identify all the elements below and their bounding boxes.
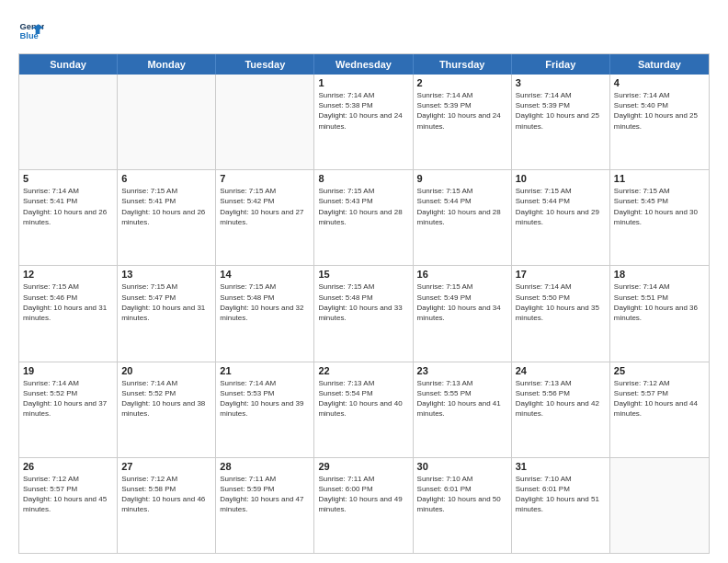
cell-content: Sunrise: 7:15 AMSunset: 5:47 PMDaylight:… (121, 282, 211, 323)
cell-content: Sunrise: 7:14 AMSunset: 5:39 PMDaylight:… (516, 90, 606, 132)
header-day-wednesday: Wednesday (314, 54, 413, 75)
cell-content: Sunrise: 7:15 AMSunset: 5:43 PMDaylight:… (318, 186, 408, 227)
header-day-friday: Friday (512, 54, 610, 75)
day-cell-9: 9Sunrise: 7:15 AMSunset: 5:44 PMDaylight… (414, 170, 512, 265)
day-cell-12: 12Sunrise: 7:15 AMSunset: 5:46 PMDayligh… (19, 266, 118, 361)
day-number: 14 (220, 269, 310, 280)
day-cell-27: 27Sunrise: 7:12 AMSunset: 5:58 PMDayligh… (118, 458, 216, 553)
day-number: 13 (121, 269, 211, 280)
header-day-monday: Monday (118, 54, 216, 75)
day-cell-28: 28Sunrise: 7:11 AMSunset: 5:59 PMDayligh… (216, 458, 314, 553)
cell-content: Sunrise: 7:12 AMSunset: 5:57 PMDaylight:… (23, 474, 113, 515)
day-number: 21 (220, 365, 310, 376)
cell-content: Sunrise: 7:15 AMSunset: 5:45 PMDaylight:… (614, 186, 705, 227)
day-cell-8: 8Sunrise: 7:15 AMSunset: 5:43 PMDaylight… (314, 170, 413, 265)
calendar: SundayMondayTuesdayWednesdayThursdayFrid… (18, 53, 710, 554)
cell-content: Sunrise: 7:14 AMSunset: 5:53 PMDaylight:… (220, 378, 310, 419)
day-cell-16: 16Sunrise: 7:15 AMSunset: 5:49 PMDayligh… (414, 266, 512, 361)
day-cell-31: 31Sunrise: 7:10 AMSunset: 6:01 PMDayligh… (512, 458, 610, 553)
empty-cell-0-1 (118, 75, 216, 169)
day-cell-15: 15Sunrise: 7:15 AMSunset: 5:48 PMDayligh… (314, 266, 413, 361)
day-cell-13: 13Sunrise: 7:15 AMSunset: 5:47 PMDayligh… (118, 266, 216, 361)
day-number: 2 (417, 77, 507, 88)
day-cell-19: 19Sunrise: 7:14 AMSunset: 5:52 PMDayligh… (19, 362, 118, 457)
cell-content: Sunrise: 7:14 AMSunset: 5:38 PMDaylight:… (318, 90, 408, 132)
cell-content: Sunrise: 7:15 AMSunset: 5:48 PMDaylight:… (318, 282, 408, 323)
day-number: 20 (121, 365, 211, 376)
day-number: 22 (318, 365, 408, 376)
cell-content: Sunrise: 7:14 AMSunset: 5:40 PMDaylight:… (614, 90, 705, 132)
calendar-body: 1Sunrise: 7:14 AMSunset: 5:38 PMDaylight… (19, 75, 709, 553)
day-cell-2: 2Sunrise: 7:14 AMSunset: 5:39 PMDaylight… (414, 75, 512, 169)
day-number: 12 (23, 269, 113, 280)
cell-content: Sunrise: 7:10 AMSunset: 6:01 PMDaylight:… (417, 474, 507, 515)
day-cell-26: 26Sunrise: 7:12 AMSunset: 5:57 PMDayligh… (19, 458, 118, 553)
empty-cell-4-6 (610, 458, 709, 553)
cell-content: Sunrise: 7:13 AMSunset: 5:54 PMDaylight:… (318, 378, 408, 419)
day-cell-25: 25Sunrise: 7:12 AMSunset: 5:57 PMDayligh… (610, 362, 709, 457)
day-cell-18: 18Sunrise: 7:14 AMSunset: 5:51 PMDayligh… (610, 266, 709, 361)
cell-content: Sunrise: 7:14 AMSunset: 5:52 PMDaylight:… (23, 378, 113, 419)
week-row-2: 5Sunrise: 7:14 AMSunset: 5:41 PMDaylight… (19, 170, 709, 266)
day-number: 5 (23, 173, 113, 184)
day-cell-7: 7Sunrise: 7:15 AMSunset: 5:42 PMDaylight… (216, 170, 314, 265)
day-number: 15 (318, 269, 408, 280)
cell-content: Sunrise: 7:12 AMSunset: 5:58 PMDaylight:… (121, 474, 211, 515)
logo-icon: General Blue (18, 18, 44, 44)
cell-content: Sunrise: 7:14 AMSunset: 5:41 PMDaylight:… (23, 186, 113, 227)
day-number: 28 (220, 461, 310, 472)
cell-content: Sunrise: 7:15 AMSunset: 5:44 PMDaylight:… (417, 186, 507, 227)
empty-cell-0-0 (19, 75, 118, 169)
cell-content: Sunrise: 7:15 AMSunset: 5:42 PMDaylight:… (220, 186, 310, 227)
day-number: 4 (614, 77, 705, 88)
day-number: 6 (121, 173, 211, 184)
day-number: 11 (614, 173, 705, 184)
cell-content: Sunrise: 7:15 AMSunset: 5:46 PMDaylight:… (23, 282, 113, 323)
header-day-tuesday: Tuesday (216, 54, 314, 75)
day-cell-29: 29Sunrise: 7:11 AMSunset: 6:00 PMDayligh… (314, 458, 413, 553)
cell-content: Sunrise: 7:14 AMSunset: 5:52 PMDaylight:… (121, 378, 211, 419)
day-cell-14: 14Sunrise: 7:15 AMSunset: 5:48 PMDayligh… (216, 266, 314, 361)
header-day-thursday: Thursday (414, 54, 512, 75)
day-number: 9 (417, 173, 507, 184)
day-number: 30 (417, 461, 507, 472)
header: General Blue (18, 18, 710, 44)
week-row-3: 12Sunrise: 7:15 AMSunset: 5:46 PMDayligh… (19, 266, 709, 362)
week-row-4: 19Sunrise: 7:14 AMSunset: 5:52 PMDayligh… (19, 362, 709, 458)
day-cell-20: 20Sunrise: 7:14 AMSunset: 5:52 PMDayligh… (118, 362, 216, 457)
calendar-header-row: SundayMondayTuesdayWednesdayThursdayFrid… (19, 54, 709, 75)
logo: General Blue (18, 18, 44, 44)
day-number: 1 (318, 77, 408, 88)
cell-content: Sunrise: 7:13 AMSunset: 5:55 PMDaylight:… (417, 378, 507, 419)
day-cell-11: 11Sunrise: 7:15 AMSunset: 5:45 PMDayligh… (610, 170, 709, 265)
header-day-sunday: Sunday (19, 54, 118, 75)
day-cell-4: 4Sunrise: 7:14 AMSunset: 5:40 PMDaylight… (610, 75, 709, 169)
day-number: 18 (614, 269, 705, 280)
cell-content: Sunrise: 7:10 AMSunset: 6:01 PMDaylight:… (516, 474, 606, 515)
day-number: 3 (516, 77, 606, 88)
day-number: 27 (121, 461, 211, 472)
week-row-1: 1Sunrise: 7:14 AMSunset: 5:38 PMDaylight… (19, 75, 709, 170)
empty-cell-0-2 (216, 75, 314, 169)
day-cell-30: 30Sunrise: 7:10 AMSunset: 6:01 PMDayligh… (414, 458, 512, 553)
cell-content: Sunrise: 7:15 AMSunset: 5:44 PMDaylight:… (516, 186, 606, 227)
day-cell-21: 21Sunrise: 7:14 AMSunset: 5:53 PMDayligh… (216, 362, 314, 457)
week-row-5: 26Sunrise: 7:12 AMSunset: 5:57 PMDayligh… (19, 458, 709, 553)
day-cell-23: 23Sunrise: 7:13 AMSunset: 5:55 PMDayligh… (414, 362, 512, 457)
day-number: 31 (516, 461, 606, 472)
page: General Blue SundayMondayTuesdayWednesda… (0, 0, 728, 563)
day-number: 29 (318, 461, 408, 472)
cell-content: Sunrise: 7:14 AMSunset: 5:51 PMDaylight:… (614, 282, 705, 323)
day-cell-3: 3Sunrise: 7:14 AMSunset: 5:39 PMDaylight… (512, 75, 610, 169)
day-number: 16 (417, 269, 507, 280)
cell-content: Sunrise: 7:11 AMSunset: 5:59 PMDaylight:… (220, 474, 310, 515)
day-cell-24: 24Sunrise: 7:13 AMSunset: 5:56 PMDayligh… (512, 362, 610, 457)
day-number: 8 (318, 173, 408, 184)
cell-content: Sunrise: 7:15 AMSunset: 5:48 PMDaylight:… (220, 282, 310, 323)
day-cell-17: 17Sunrise: 7:14 AMSunset: 5:50 PMDayligh… (512, 266, 610, 361)
cell-content: Sunrise: 7:13 AMSunset: 5:56 PMDaylight:… (516, 378, 606, 419)
cell-content: Sunrise: 7:15 AMSunset: 5:41 PMDaylight:… (121, 186, 211, 227)
cell-content: Sunrise: 7:12 AMSunset: 5:57 PMDaylight:… (614, 378, 705, 419)
day-number: 19 (23, 365, 113, 376)
day-number: 17 (516, 269, 606, 280)
